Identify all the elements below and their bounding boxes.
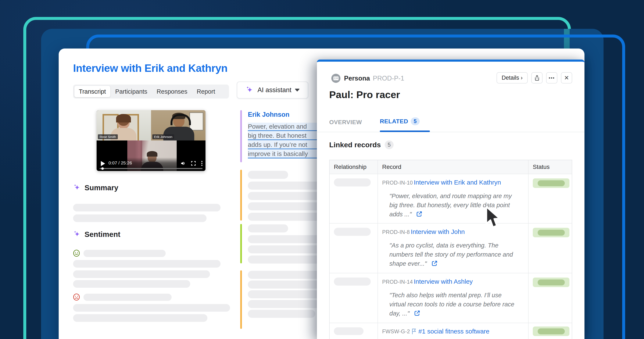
transcript-skeleton-line (248, 171, 288, 179)
external-link-icon (414, 310, 420, 316)
table-row[interactable]: PROD-IN-14 Interview with Ashley "Tech a… (330, 273, 572, 323)
persona-title: Paul: Pro racer (329, 89, 400, 100)
kebab-menu-icon[interactable] (201, 161, 202, 166)
table-row[interactable]: PROD-IN-10 Interview with Erik and Kathr… (330, 174, 572, 224)
video-participant-erik: Erik Johnson (151, 110, 206, 140)
sentiment-skeleton-line (73, 314, 208, 322)
relationship-skeleton (334, 178, 371, 186)
video-player[interactable]: Rose Smith Erik Johnson 0:07 / 25:26 (96, 110, 206, 171)
summary-skeleton-line (73, 204, 220, 212)
table-header-row: Relationship Record Status (330, 160, 572, 174)
video-controls: 0:07 / 25:26 (96, 158, 206, 171)
transcript-highlight-line[interactable]: Power, elevation and (248, 123, 318, 131)
transcript-highlight-line[interactable]: improve it is basically (248, 150, 318, 158)
volume-icon[interactable] (180, 161, 186, 166)
column-header-record: Record (378, 160, 528, 174)
column-header-status: Status (528, 160, 572, 174)
sparkle-icon (73, 230, 81, 238)
sentiment-skeleton-line (73, 270, 210, 278)
record-link[interactable]: Interview with John (411, 228, 465, 235)
record-id: PROD-P-1 (373, 74, 404, 82)
interview-tabbar: Transcript Participants Responses Report (73, 84, 229, 98)
relationship-skeleton (334, 278, 371, 286)
tab-transcript[interactable]: Transcript (74, 86, 110, 97)
sentiment-skeleton-line (73, 304, 230, 312)
quote-marker-purple (240, 110, 242, 162)
transcript-skeleton-line (248, 310, 315, 318)
flag-icon (412, 328, 417, 334)
linked-records-heading: Linked records (329, 141, 381, 149)
tabs-divider (317, 132, 584, 132)
sentiment-skeleton-line (84, 294, 172, 301)
video-name-label-erik: Erik Johnson (152, 134, 174, 139)
transcript-skeleton-line (248, 224, 288, 232)
video-participant-rose: Rose Smith (96, 110, 151, 140)
quote-marker-green (240, 224, 242, 263)
record-id-cell: FWSW-G-2 (382, 328, 410, 334)
sentiment-skeleton-line (84, 250, 166, 257)
record-link[interactable]: #1 social fitness software (418, 328, 489, 335)
persona-avatar-icon (331, 74, 340, 83)
record-quote: "As a pro cyclist, data is everything. T… (389, 241, 518, 268)
external-link-icon (416, 211, 422, 217)
more-options-button[interactable]: ••• (546, 72, 557, 84)
tab-related-badge: 5 (411, 118, 420, 125)
linked-records-table: Relationship Record Status PROD-IN-10 In… (329, 160, 572, 339)
relationship-skeleton (334, 327, 364, 335)
record-id-cell: PROD-IN-10 (382, 180, 413, 186)
sentiment-section-header: Sentiment (73, 230, 120, 238)
table-row[interactable]: PROD-IN-8 Interview with John "As a pro … (330, 224, 572, 273)
play-icon[interactable] (101, 161, 105, 166)
ai-assistant-label: AI assistant (258, 86, 291, 94)
record-id-cell: PROD-IN-8 (382, 229, 410, 235)
linked-records-header: Linked records 5 (329, 140, 394, 149)
record-id-cell: PROD-IN-14 (382, 279, 413, 285)
quote-marker-orange (240, 170, 242, 220)
status-pill (533, 326, 570, 336)
table-row[interactable]: FWSW-G-2 #1 social fitness software (330, 323, 572, 339)
sparkle-icon (246, 86, 254, 94)
record-link[interactable]: Interview with Erik and Kathryn (414, 179, 501, 186)
status-pill (533, 178, 570, 188)
record-link[interactable]: Interview with Ashley (414, 278, 472, 285)
relationship-skeleton (334, 228, 371, 236)
active-tab-underline (380, 130, 430, 132)
status-pill (533, 228, 570, 237)
chevron-down-icon (295, 88, 300, 92)
record-type-label: Persona (344, 74, 370, 82)
sentiment-skeleton-line (73, 280, 190, 288)
sentiment-heading: Sentiment (84, 230, 120, 238)
transcript-highlight-line[interactable]: big three. But honest (248, 132, 318, 140)
video-progress-handle[interactable] (101, 168, 104, 170)
tab-related-label: RELATED (380, 118, 408, 125)
summary-skeleton-line (73, 214, 206, 222)
quote-marker-orange (240, 270, 242, 329)
external-link-icon (432, 260, 438, 266)
summary-section-header: Summary (73, 184, 118, 192)
fullscreen-icon[interactable] (191, 161, 196, 166)
positive-sentiment-icon (73, 250, 80, 257)
close-button[interactable]: ✕ (561, 72, 572, 84)
tab-participants[interactable]: Participants (111, 86, 152, 97)
record-quote: "Tech also helps with mental prep. I’ll … (389, 291, 518, 318)
sparkle-icon (73, 184, 81, 192)
column-header-relationship: Relationship (330, 160, 378, 174)
ai-assistant-button[interactable]: AI assistant (237, 82, 308, 98)
persona-panel: Persona PROD-P-1 Details › ••• ✕ Paul: P… (317, 60, 584, 339)
share-button[interactable] (531, 72, 542, 84)
details-button[interactable]: Details › (496, 72, 528, 84)
tab-report[interactable]: Report (192, 86, 220, 97)
summary-heading: Summary (84, 184, 118, 192)
status-pill (533, 278, 570, 287)
panel-actions: Details › ••• ✕ (496, 72, 572, 84)
tab-overview[interactable]: OVERVIEW (329, 119, 362, 126)
video-name-label-rose: Rose Smith (98, 134, 118, 139)
sentiment-skeleton-line (73, 260, 220, 268)
tab-related[interactable]: RELATED 5 (380, 118, 420, 125)
video-timestamp: 0:07 / 25:26 (108, 160, 132, 166)
tab-responses[interactable]: Responses (152, 86, 192, 97)
page-title: Interview with Erik and Kathryn (73, 62, 228, 74)
transcript-speaker[interactable]: Erik Johnson (248, 111, 290, 118)
video-progress-bar[interactable] (100, 168, 202, 169)
transcript-highlight-line[interactable]: adds up. If you’re not (248, 141, 318, 149)
